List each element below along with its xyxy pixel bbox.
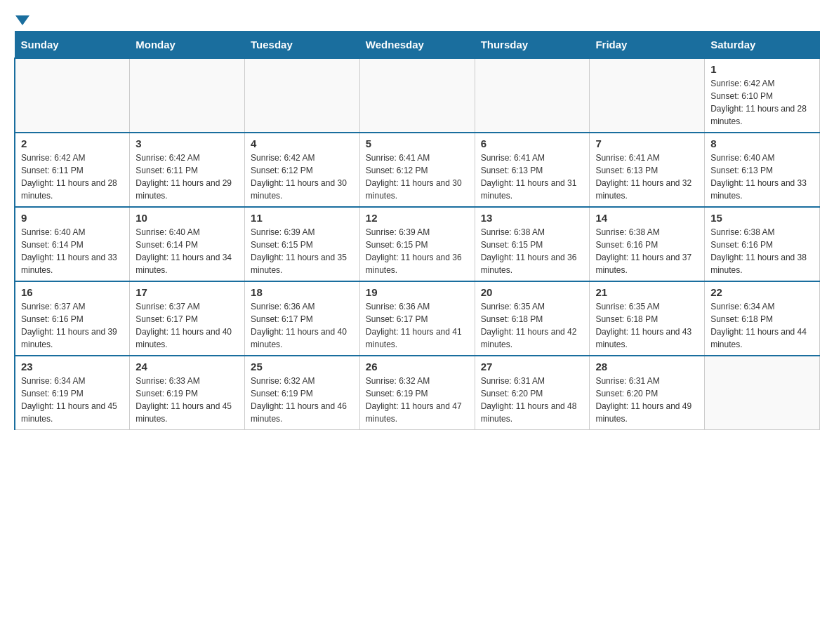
day-info: Sunrise: 6:38 AMSunset: 6:16 PMDaylight:… (710, 226, 814, 276)
day-info: Sunrise: 6:39 AMSunset: 6:15 PMDaylight:… (366, 226, 469, 276)
day-info: Sunrise: 6:42 AMSunset: 6:10 PMDaylight:… (710, 77, 814, 128)
day-info: Sunrise: 6:37 AMSunset: 6:17 PMDaylight:… (135, 300, 239, 351)
weekday-header-saturday: Saturday (705, 32, 820, 59)
day-number: 28 (595, 361, 699, 373)
calendar-cell: 19Sunrise: 6:36 AMSunset: 6:17 PMDayligh… (359, 281, 475, 356)
calendar-cell: 4Sunrise: 6:42 AMSunset: 6:12 PMDaylight… (245, 133, 360, 207)
weekday-header-tuesday: Tuesday (245, 32, 360, 59)
day-info: Sunrise: 6:31 AMSunset: 6:20 PMDaylight:… (595, 375, 699, 425)
weekday-header-monday: Monday (130, 32, 245, 59)
day-info: Sunrise: 6:38 AMSunset: 6:16 PMDaylight:… (595, 226, 699, 276)
day-info: Sunrise: 6:42 AMSunset: 6:11 PMDaylight:… (135, 152, 239, 202)
day-number: 4 (251, 137, 354, 149)
day-info: Sunrise: 6:41 AMSunset: 6:12 PMDaylight:… (366, 152, 469, 202)
day-info: Sunrise: 6:35 AMSunset: 6:18 PMDaylight:… (481, 300, 584, 351)
page-header (14, 14, 820, 24)
day-info: Sunrise: 6:39 AMSunset: 6:15 PMDaylight:… (251, 226, 354, 276)
day-number: 9 (21, 212, 124, 224)
day-number: 26 (366, 361, 469, 373)
day-number: 25 (251, 361, 354, 373)
day-number: 27 (481, 361, 584, 373)
calendar-cell: 22Sunrise: 6:34 AMSunset: 6:18 PMDayligh… (705, 281, 820, 356)
day-info: Sunrise: 6:40 AMSunset: 6:13 PMDaylight:… (710, 152, 814, 202)
calendar-cell: 25Sunrise: 6:32 AMSunset: 6:19 PMDayligh… (245, 356, 360, 430)
day-number: 17 (135, 286, 239, 298)
weekday-header-row: SundayMondayTuesdayWednesdayThursdayFrid… (15, 32, 820, 59)
day-number: 6 (481, 137, 584, 149)
calendar-cell: 28Sunrise: 6:31 AMSunset: 6:20 PMDayligh… (590, 356, 705, 430)
day-info: Sunrise: 6:34 AMSunset: 6:19 PMDaylight:… (21, 375, 124, 425)
day-info: Sunrise: 6:32 AMSunset: 6:19 PMDaylight:… (366, 375, 469, 425)
calendar-cell: 15Sunrise: 6:38 AMSunset: 6:16 PMDayligh… (705, 207, 820, 281)
calendar-cell: 20Sunrise: 6:35 AMSunset: 6:18 PMDayligh… (475, 281, 590, 356)
day-number: 2 (21, 137, 124, 149)
day-info: Sunrise: 6:41 AMSunset: 6:13 PMDaylight:… (595, 152, 699, 202)
day-number: 20 (481, 286, 584, 298)
calendar-cell: 11Sunrise: 6:39 AMSunset: 6:15 PMDayligh… (245, 207, 360, 281)
weekday-header-sunday: Sunday (15, 32, 130, 59)
calendar-week-row: 9Sunrise: 6:40 AMSunset: 6:14 PMDaylight… (15, 207, 820, 281)
day-number: 24 (135, 361, 239, 373)
day-info: Sunrise: 6:38 AMSunset: 6:15 PMDaylight:… (481, 226, 584, 276)
calendar-table: SundayMondayTuesdayWednesdayThursdayFrid… (14, 31, 820, 430)
calendar-cell (590, 58, 705, 133)
day-number: 7 (595, 137, 699, 149)
calendar-cell: 27Sunrise: 6:31 AMSunset: 6:20 PMDayligh… (475, 356, 590, 430)
calendar-cell (130, 58, 245, 133)
day-number: 23 (21, 361, 124, 373)
day-number: 12 (366, 212, 469, 224)
calendar-cell: 5Sunrise: 6:41 AMSunset: 6:12 PMDaylight… (359, 133, 475, 207)
calendar-cell: 1Sunrise: 6:42 AMSunset: 6:10 PMDaylight… (705, 58, 820, 133)
calendar-cell: 2Sunrise: 6:42 AMSunset: 6:11 PMDaylight… (15, 133, 130, 207)
calendar-cell: 6Sunrise: 6:41 AMSunset: 6:13 PMDaylight… (475, 133, 590, 207)
calendar-cell: 16Sunrise: 6:37 AMSunset: 6:16 PMDayligh… (15, 281, 130, 356)
day-number: 5 (366, 137, 469, 149)
day-info: Sunrise: 6:37 AMSunset: 6:16 PMDaylight:… (21, 300, 124, 351)
calendar-cell (15, 58, 130, 133)
calendar-week-row: 16Sunrise: 6:37 AMSunset: 6:16 PMDayligh… (15, 281, 820, 356)
calendar-cell: 18Sunrise: 6:36 AMSunset: 6:17 PMDayligh… (245, 281, 360, 356)
day-info: Sunrise: 6:35 AMSunset: 6:18 PMDaylight:… (595, 300, 699, 351)
day-number: 13 (481, 212, 584, 224)
calendar-week-row: 1Sunrise: 6:42 AMSunset: 6:10 PMDaylight… (15, 58, 820, 133)
day-number: 15 (710, 212, 814, 224)
calendar-cell: 13Sunrise: 6:38 AMSunset: 6:15 PMDayligh… (475, 207, 590, 281)
weekday-header-friday: Friday (590, 32, 705, 59)
day-number: 11 (251, 212, 354, 224)
day-info: Sunrise: 6:31 AMSunset: 6:20 PMDaylight:… (481, 375, 584, 425)
day-info: Sunrise: 6:42 AMSunset: 6:11 PMDaylight:… (21, 152, 124, 202)
logo-arrow-icon (15, 15, 29, 25)
calendar-cell: 9Sunrise: 6:40 AMSunset: 6:14 PMDaylight… (15, 207, 130, 281)
calendar-cell: 21Sunrise: 6:35 AMSunset: 6:18 PMDayligh… (590, 281, 705, 356)
day-info: Sunrise: 6:33 AMSunset: 6:19 PMDaylight:… (135, 375, 239, 425)
day-number: 1 (710, 63, 814, 75)
calendar-cell: 24Sunrise: 6:33 AMSunset: 6:19 PMDayligh… (130, 356, 245, 430)
calendar-cell (705, 356, 820, 430)
day-info: Sunrise: 6:40 AMSunset: 6:14 PMDaylight:… (135, 226, 239, 276)
day-number: 3 (135, 137, 239, 149)
calendar-cell: 8Sunrise: 6:40 AMSunset: 6:13 PMDaylight… (705, 133, 820, 207)
day-number: 14 (595, 212, 699, 224)
calendar-cell: 10Sunrise: 6:40 AMSunset: 6:14 PMDayligh… (130, 207, 245, 281)
calendar-cell (245, 58, 360, 133)
calendar-cell: 23Sunrise: 6:34 AMSunset: 6:19 PMDayligh… (15, 356, 130, 430)
calendar-cell: 26Sunrise: 6:32 AMSunset: 6:19 PMDayligh… (359, 356, 475, 430)
day-info: Sunrise: 6:40 AMSunset: 6:14 PMDaylight:… (21, 226, 124, 276)
day-number: 22 (710, 286, 814, 298)
day-number: 21 (595, 286, 699, 298)
day-info: Sunrise: 6:32 AMSunset: 6:19 PMDaylight:… (251, 375, 354, 425)
weekday-header-thursday: Thursday (475, 32, 590, 59)
weekday-header-wednesday: Wednesday (359, 32, 475, 59)
day-info: Sunrise: 6:34 AMSunset: 6:18 PMDaylight:… (710, 300, 814, 351)
day-info: Sunrise: 6:36 AMSunset: 6:17 PMDaylight:… (251, 300, 354, 351)
day-info: Sunrise: 6:36 AMSunset: 6:17 PMDaylight:… (366, 300, 469, 351)
day-number: 18 (251, 286, 354, 298)
logo (14, 14, 31, 24)
calendar-cell: 3Sunrise: 6:42 AMSunset: 6:11 PMDaylight… (130, 133, 245, 207)
day-number: 10 (135, 212, 239, 224)
calendar-cell: 7Sunrise: 6:41 AMSunset: 6:13 PMDaylight… (590, 133, 705, 207)
calendar-week-row: 23Sunrise: 6:34 AMSunset: 6:19 PMDayligh… (15, 356, 820, 430)
day-number: 16 (21, 286, 124, 298)
calendar-cell (359, 58, 475, 133)
day-number: 8 (710, 137, 814, 149)
